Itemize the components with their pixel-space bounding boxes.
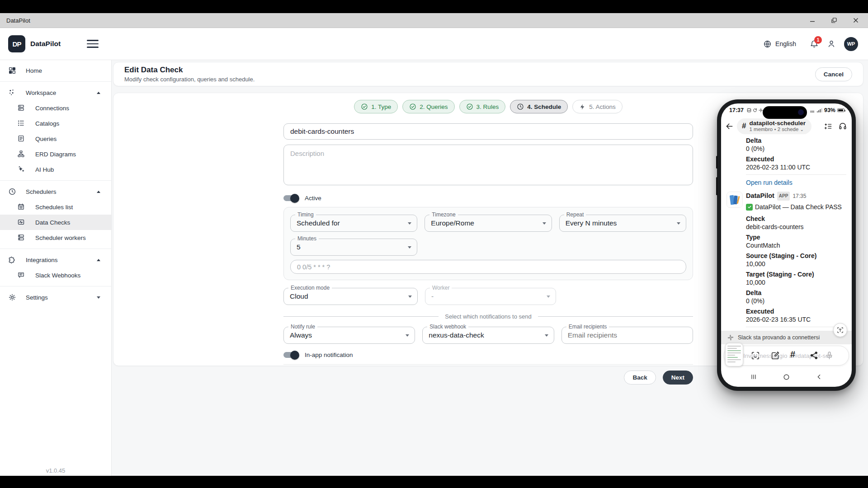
sidebar-group-integrations[interactable]: Integrations [0,252,111,267]
restore-button[interactable] [826,14,842,26]
language-selector[interactable]: English [763,40,796,48]
message-title: DataPilot — Data Check PASS [755,203,842,211]
check-circle-icon [409,103,416,110]
email-recipients-field[interactable]: Email recipients [561,327,693,344]
step-rules[interactable]: 3. Rules [459,100,506,113]
sidebar-item-data-checks[interactable]: Data Checks [0,215,111,230]
step-label: 3. Rules [476,103,499,110]
field-label: Notify rule [288,324,317,330]
chevron-down-icon [408,246,411,249]
slack-webhook-select[interactable]: Slack webhook nexus-data-check [422,327,554,344]
sidebar-group-settings[interactable]: Settings [0,290,111,305]
sidebar: Home Workspace Connections Catalogs Quer… [0,60,112,476]
data-checks-icon [17,218,25,226]
clock-icon [8,188,16,196]
compose-icon[interactable] [770,351,780,361]
collapse-icon[interactable] [97,92,100,94]
execution-mode-select[interactable]: Execution mode Cloud [283,288,418,305]
field-label: Repeat [564,211,586,218]
minutes-select[interactable]: Minutes 5 [290,239,417,256]
active-toggle[interactable] [283,195,298,201]
headphones-icon[interactable] [838,122,847,131]
sidebar-item-scheduler-workers[interactable]: Scheduler workers [0,230,111,245]
step-schedule[interactable]: 4. Schedule [510,100,568,113]
close-button[interactable] [848,14,863,26]
sidebar-item-catalogs[interactable]: Catalogs [0,116,111,131]
home-button[interactable] [783,373,790,381]
share-icon[interactable] [809,351,819,360]
face-scan-icon[interactable] [750,351,760,361]
field-value: - [431,292,434,300]
notify-rule-select[interactable]: Notify rule Always [283,327,415,344]
sidebar-item-schedules-list[interactable]: Schedules list [0,199,111,215]
sender-name[interactable]: DataPilot [746,192,774,200]
recents-button[interactable] [750,373,757,380]
sidebar-item-label: Home [26,67,42,74]
page-title: Edit Data Check [124,66,255,75]
collapse-icon[interactable] [97,191,100,193]
form-divider [283,364,693,365]
message-list: Delta0 (0%) Executed2026-02-23 11:00 UTC… [721,135,852,344]
sidebar-item-home[interactable]: Home [0,63,111,78]
user-avatar[interactable]: WP [844,37,858,51]
cron-expression-input[interactable]: 0 0/5 * * * ? [290,260,686,274]
channel-title-button[interactable]: # datapilot-scheduler 1 membro • 2 sched… [737,118,811,134]
sidebar-group-schedulers[interactable]: Schedulers [0,184,111,199]
check-circle-icon [466,103,473,110]
account-icon[interactable] [827,39,836,48]
screen-top-strip [0,0,868,13]
step-actions[interactable]: 5. Actions [572,100,623,113]
canvas-list-icon[interactable] [824,122,832,131]
message-composer[interactable]: Invia messaggio a #datapilot-sche... # [724,346,849,366]
timezone-select[interactable]: Timezone Europe/Rome [425,215,552,232]
microphone-icon[interactable] [825,351,834,360]
workspace-icon [8,89,16,97]
worker-select[interactable]: Worker - [425,288,556,305]
repeat-select[interactable]: Repeat Every N minutes [559,215,686,232]
inapp-label: In-app notification [305,352,353,358]
next-button[interactable]: Next [663,371,693,385]
sidebar-item-label: Connections [35,105,69,112]
nav-back-button[interactable] [816,373,823,380]
cancel-button[interactable]: Cancel [815,67,852,81]
minimize-button[interactable] [805,14,820,26]
sidebar-item-connections[interactable]: Connections [0,100,111,116]
back-button[interactable]: Back [624,371,656,385]
field-value: Cloud [290,292,308,300]
collapse-icon[interactable] [97,259,100,261]
sidebar-item-erd-diagrams[interactable]: ERD Diagrams [0,146,111,162]
field-value: Europe/Rome [431,219,474,227]
sidebar-item-ai-hub[interactable]: AI Hub [0,162,111,177]
extract-text-button[interactable] [833,323,847,337]
sidebar-group-workspace[interactable]: Workspace [0,85,111,100]
check-name-input[interactable] [283,123,693,140]
field-value: 5 [297,243,301,251]
open-run-details-link[interactable]: Open run details [746,178,846,187]
message-divider [746,174,846,175]
timing-select[interactable]: Timing Scheduled for [290,215,417,232]
back-arrow-icon[interactable] [725,122,734,131]
email-recipients-input[interactable] [568,331,687,339]
step-type[interactable]: 1. Type [354,100,398,113]
description-textarea[interactable] [283,145,693,185]
step-queries[interactable]: 2. Queries [402,100,454,113]
sidebar-divider [0,81,111,82]
menu-toggle-icon[interactable] [87,40,99,48]
sidebar-item-label: Data Checks [35,219,70,226]
inapp-notification-toggle[interactable] [283,352,298,358]
app-header: DP DataPilot English 1 WP [0,28,868,60]
connections-icon [17,104,25,112]
puzzle-icon [8,256,16,264]
workers-icon [17,234,25,242]
notifications-button[interactable]: 1 [810,39,819,48]
sidebar-item-queries[interactable]: Queries [0,131,111,146]
gear-icon [8,293,16,301]
expand-icon[interactable] [97,296,100,299]
chevron-down-icon [408,222,411,225]
message-tail: Delta0 (0%) Executed2026-02-23 11:00 UTC… [746,136,846,187]
sidebar-item-slack-webhooks[interactable]: Slack Webhooks [0,267,111,283]
chat-icon [17,271,25,279]
window-titlebar: DataPilot [0,13,868,28]
hashtag-icon[interactable]: # [790,349,795,360]
screenshot-thumbnail[interactable] [725,343,743,366]
